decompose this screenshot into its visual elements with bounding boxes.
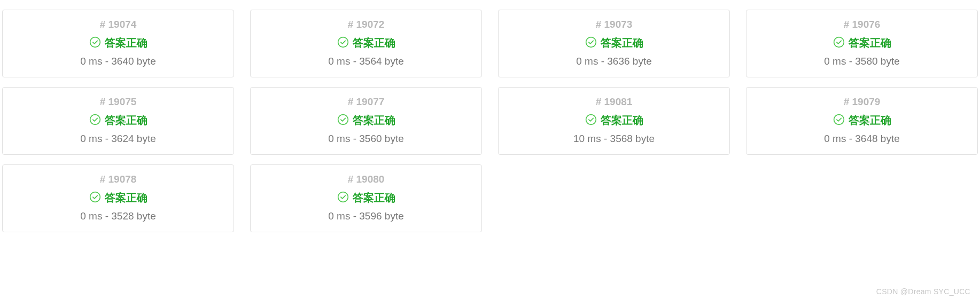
- check-circle-icon: [89, 114, 101, 128]
- results-grid: # 19074 答案正确 0 ms - 3640 byte # 19072 答案…: [2, 10, 978, 232]
- result-meta: 0 ms - 3636 byte: [505, 56, 723, 67]
- status-label: 答案正确: [105, 191, 147, 205]
- status-label: 答案正确: [601, 113, 643, 128]
- result-card[interactable]: # 19080 答案正确 0 ms - 3596 byte: [250, 164, 482, 232]
- result-id: # 19080: [257, 174, 475, 185]
- result-id: # 19078: [9, 174, 227, 185]
- result-meta: 0 ms - 3596 byte: [257, 210, 475, 222]
- check-circle-icon: [337, 191, 349, 205]
- result-id: # 19074: [9, 19, 227, 30]
- status-label: 答案正确: [105, 36, 147, 50]
- result-status: 答案正确: [257, 191, 475, 205]
- check-circle-icon: [337, 36, 349, 50]
- result-meta: 0 ms - 3640 byte: [9, 56, 227, 67]
- check-circle-icon: [89, 36, 101, 50]
- result-status: 答案正确: [257, 36, 475, 50]
- result-meta: 10 ms - 3568 byte: [505, 133, 723, 145]
- status-label: 答案正确: [353, 36, 395, 50]
- result-id: # 19077: [257, 96, 475, 108]
- result-meta: 0 ms - 3560 byte: [257, 133, 475, 145]
- result-id: # 19076: [753, 19, 971, 30]
- svg-point-1: [338, 37, 348, 47]
- result-card[interactable]: # 19075 答案正确 0 ms - 3624 byte: [2, 87, 234, 155]
- result-meta: 0 ms - 3624 byte: [9, 133, 227, 145]
- svg-point-2: [586, 37, 596, 47]
- result-status: 答案正确: [257, 113, 475, 128]
- svg-point-8: [90, 192, 100, 202]
- svg-point-5: [338, 114, 348, 124]
- result-id: # 19081: [505, 96, 723, 108]
- check-circle-icon: [585, 114, 597, 128]
- result-card[interactable]: # 19072 答案正确 0 ms - 3564 byte: [250, 10, 482, 77]
- result-card[interactable]: # 19077 答案正确 0 ms - 3560 byte: [250, 87, 482, 155]
- result-id: # 19072: [257, 19, 475, 30]
- check-circle-icon: [89, 191, 101, 205]
- result-card[interactable]: # 19079 答案正确 0 ms - 3648 byte: [746, 87, 978, 155]
- status-label: 答案正确: [849, 36, 891, 50]
- check-circle-icon: [833, 36, 845, 50]
- result-card[interactable]: # 19081 答案正确 10 ms - 3568 byte: [498, 87, 730, 155]
- svg-point-4: [90, 114, 100, 124]
- status-label: 答案正确: [601, 36, 643, 50]
- result-status: 答案正确: [753, 36, 971, 50]
- result-meta: 0 ms - 3528 byte: [9, 210, 227, 222]
- result-card[interactable]: # 19074 答案正确 0 ms - 3640 byte: [2, 10, 234, 77]
- status-label: 答案正确: [353, 191, 395, 205]
- result-meta: 0 ms - 3648 byte: [753, 133, 971, 145]
- result-status: 答案正确: [505, 113, 723, 128]
- svg-point-9: [338, 192, 348, 202]
- result-status: 答案正确: [9, 36, 227, 50]
- result-id: # 19079: [753, 96, 971, 108]
- check-circle-icon: [833, 114, 845, 128]
- status-label: 答案正确: [353, 113, 395, 128]
- result-status: 答案正确: [9, 191, 227, 205]
- result-status: 答案正确: [9, 113, 227, 128]
- svg-point-3: [834, 37, 844, 47]
- check-circle-icon: [585, 36, 597, 50]
- result-card[interactable]: # 19078 答案正确 0 ms - 3528 byte: [2, 164, 234, 232]
- status-label: 答案正确: [849, 113, 891, 128]
- result-status: 答案正确: [753, 113, 971, 128]
- result-meta: 0 ms - 3564 byte: [257, 56, 475, 67]
- svg-point-0: [90, 37, 100, 47]
- svg-point-7: [834, 114, 844, 124]
- svg-point-6: [586, 114, 596, 124]
- result-id: # 19073: [505, 19, 723, 30]
- result-status: 答案正确: [505, 36, 723, 50]
- check-circle-icon: [337, 114, 349, 128]
- result-card[interactable]: # 19076 答案正确 0 ms - 3580 byte: [746, 10, 978, 77]
- status-label: 答案正确: [105, 113, 147, 128]
- result-meta: 0 ms - 3580 byte: [753, 56, 971, 67]
- result-card[interactable]: # 19073 答案正确 0 ms - 3636 byte: [498, 10, 730, 77]
- result-id: # 19075: [9, 96, 227, 108]
